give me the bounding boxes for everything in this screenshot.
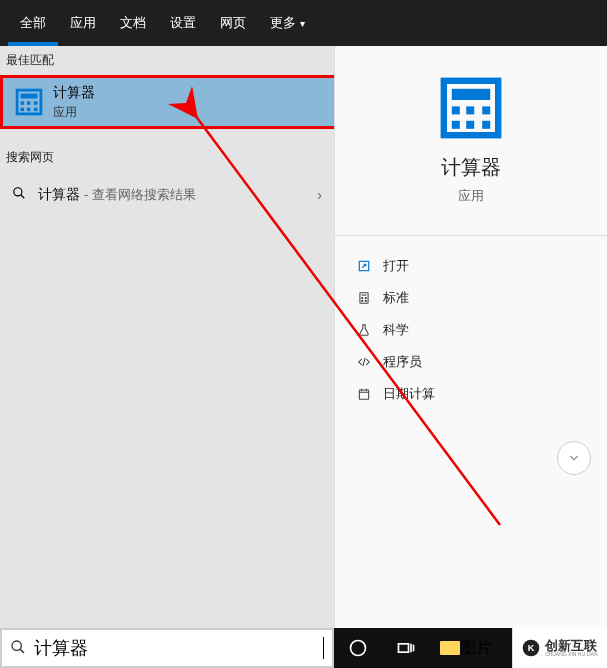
watermark-sub: CHUANG XIN HU LIAN — [545, 652, 599, 657]
action-open-label: 打开 — [383, 257, 409, 275]
tab-settings[interactable]: 设置 — [158, 0, 208, 46]
calendar-icon — [357, 387, 383, 401]
chevron-right-icon: › — [317, 187, 322, 203]
svg-rect-3 — [27, 101, 31, 105]
main-area: 最佳匹配 计算器 应用 搜索网页 计算器 - 查看网络搜索结果 — [0, 46, 607, 628]
best-match-heading: 最佳匹配 — [0, 46, 334, 75]
best-match-subtitle: 应用 — [53, 104, 95, 121]
calculator-icon — [357, 291, 383, 305]
action-date[interactable]: 日期计算 — [357, 378, 607, 410]
tab-all[interactable]: 全部 — [8, 0, 58, 46]
flask-icon — [357, 323, 383, 337]
taskbar-pictures-folder[interactable]: 图片 — [430, 638, 502, 659]
preview-pane: 计算器 应用 打开 标准 科学 程序员 日期计算 — [334, 46, 607, 628]
svg-point-29 — [12, 641, 21, 650]
taskbar-pictures-label: 图片 — [460, 638, 492, 659]
tab-all-label: 全部 — [20, 14, 46, 32]
svg-rect-14 — [482, 106, 490, 114]
svg-point-21 — [362, 297, 363, 298]
svg-rect-5 — [21, 108, 25, 112]
search-icon — [10, 639, 26, 658]
text-caret — [323, 637, 324, 659]
action-programmer-label: 程序员 — [383, 353, 422, 371]
svg-rect-16 — [466, 121, 474, 129]
svg-point-31 — [351, 641, 366, 656]
search-icon — [12, 186, 28, 204]
best-match-title: 计算器 — [53, 84, 95, 102]
action-standard-label: 标准 — [383, 289, 409, 307]
chevron-down-icon: ▾ — [300, 18, 305, 29]
calculator-app-icon — [15, 88, 43, 116]
watermark-icon: K — [521, 638, 541, 658]
tab-docs-label: 文档 — [120, 14, 146, 32]
tab-more-label: 更多 — [270, 14, 296, 32]
svg-rect-17 — [482, 121, 490, 129]
action-programmer[interactable]: 程序员 — [357, 346, 607, 378]
svg-line-30 — [20, 649, 24, 653]
svg-rect-2 — [21, 101, 25, 105]
action-date-label: 日期计算 — [383, 385, 435, 403]
svg-line-9 — [21, 195, 25, 199]
svg-rect-7 — [34, 108, 38, 112]
svg-text:K: K — [528, 643, 535, 653]
circle-icon — [348, 638, 368, 658]
svg-point-24 — [365, 300, 366, 301]
svg-rect-4 — [34, 101, 38, 105]
code-icon — [357, 355, 383, 369]
open-icon — [357, 259, 383, 273]
tab-apps[interactable]: 应用 — [58, 0, 108, 46]
svg-point-8 — [14, 188, 22, 196]
svg-rect-6 — [27, 108, 31, 112]
web-search-result[interactable]: 计算器 - 查看网络搜索结果 › — [0, 172, 334, 218]
chevron-down-icon — [567, 451, 581, 465]
calculator-large-icon — [439, 76, 503, 140]
search-web-heading: 搜索网页 — [0, 143, 334, 172]
svg-rect-1 — [21, 94, 38, 99]
taskbar-cortana-button[interactable] — [334, 628, 382, 668]
web-search-query: 计算器 — [38, 186, 80, 204]
action-scientific[interactable]: 科学 — [357, 314, 607, 346]
svg-rect-13 — [466, 106, 474, 114]
expand-down-button[interactable] — [557, 441, 591, 475]
svg-rect-19 — [360, 293, 368, 304]
taskbar-taskview-button[interactable] — [382, 628, 430, 668]
svg-point-23 — [362, 300, 363, 301]
action-scientific-label: 科学 — [383, 321, 409, 339]
tab-apps-label: 应用 — [70, 14, 96, 32]
preview-title: 计算器 — [441, 154, 501, 181]
svg-rect-25 — [359, 390, 368, 399]
svg-rect-12 — [452, 106, 460, 114]
search-input[interactable] — [34, 638, 323, 659]
search-bar[interactable] — [0, 628, 334, 668]
taskview-icon — [396, 638, 416, 658]
search-scope-tabs: 全部 应用 文档 设置 网页 更多▾ — [0, 0, 607, 46]
tab-web-label: 网页 — [220, 14, 246, 32]
tab-web[interactable]: 网页 — [208, 0, 258, 46]
preview-subtitle: 应用 — [458, 187, 484, 205]
preview-header: 计算器 应用 — [335, 46, 607, 236]
action-standard[interactable]: 标准 — [357, 282, 607, 314]
folder-icon — [440, 641, 460, 655]
results-column: 最佳匹配 计算器 应用 搜索网页 计算器 - 查看网络搜索结果 — [0, 46, 334, 628]
tab-settings-label: 设置 — [170, 14, 196, 32]
watermark-logo: K 创新互联 CHUANG XIN HU LIAN — [512, 628, 607, 668]
svg-rect-15 — [452, 121, 460, 129]
preview-actions: 打开 标准 科学 程序员 日期计算 — [335, 236, 607, 424]
tab-docs[interactable]: 文档 — [108, 0, 158, 46]
tab-more[interactable]: 更多▾ — [258, 0, 317, 46]
web-search-hint: - 查看网络搜索结果 — [84, 186, 196, 204]
svg-rect-11 — [452, 89, 490, 100]
best-match-result[interactable]: 计算器 应用 — [0, 75, 334, 129]
svg-rect-32 — [399, 644, 409, 652]
action-open[interactable]: 打开 — [357, 250, 607, 282]
svg-point-22 — [365, 297, 366, 298]
